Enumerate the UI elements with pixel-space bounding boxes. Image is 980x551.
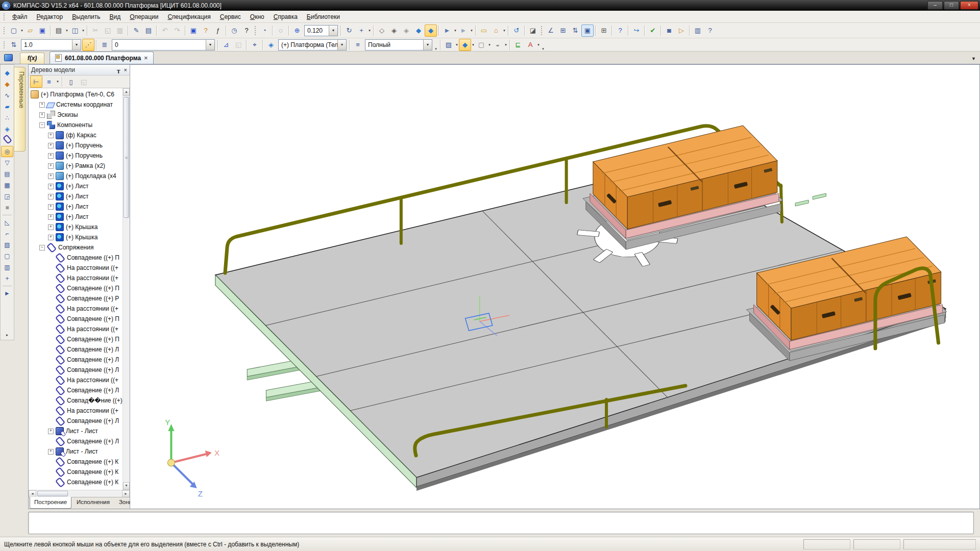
save-document-button[interactable]: ▣	[36, 24, 48, 37]
tree-item[interactable]: +(+) Лист	[29, 191, 122, 202]
tree-item[interactable]: +На расстоянии ((+	[29, 304, 122, 314]
sort-tree-button[interactable]: ⇅	[569, 24, 581, 37]
scroll-up-icon[interactable]: ▲	[123, 88, 130, 96]
tree-item[interactable]: +Лист - Лист	[29, 446, 122, 457]
quick-doc-button[interactable]: ?	[200, 24, 212, 37]
spell-check-button[interactable]: ✔	[647, 24, 659, 37]
stamp-display-dropdown-icon[interactable]: ▼	[487, 43, 492, 46]
help-button[interactable]: ?	[704, 24, 716, 37]
tree-item[interactable]: +(+) Лист	[29, 181, 122, 191]
add-component-button[interactable]: ⊞	[557, 24, 569, 37]
message-box[interactable]	[28, 512, 974, 534]
tree-item[interactable]: +(+) Поручень	[29, 140, 122, 151]
dropdown-icon[interactable]: ▼	[72, 40, 81, 50]
tree-item[interactable]: +(+) Рамка (x2)	[29, 161, 122, 171]
toolbar-grip[interactable]	[3, 13, 6, 21]
rebuild-model-button[interactable]: ↺	[510, 24, 523, 37]
redo-button[interactable]: ↷	[171, 24, 183, 37]
component-placement-button[interactable]: ◈	[265, 39, 277, 51]
section-lines-tool-button[interactable]: ►	[457, 24, 470, 37]
copy-object-button[interactable]: ◱	[232, 39, 244, 51]
tree-item[interactable]: +Лист - Лист	[29, 426, 122, 436]
spatial-curves-icon[interactable]: ∿	[1, 90, 13, 101]
panel-close-icon[interactable]: ×	[124, 67, 127, 73]
menu-сервис[interactable]: Сервис	[215, 12, 246, 22]
tree-expander[interactable]: +	[39, 112, 45, 118]
cut-button[interactable]: ✂	[89, 24, 102, 37]
zoom-in-button[interactable]: ⊕	[291, 24, 303, 37]
tree-item[interactable]: +Совпадение ((+) П	[29, 253, 122, 263]
tree-expander[interactable]: +	[48, 153, 54, 159]
tree-expander[interactable]: +	[48, 173, 54, 179]
tree-item[interactable]: +Системы координат	[29, 99, 122, 110]
copy-button[interactable]: ◱	[102, 24, 114, 37]
what-is-this-button[interactable]: ?	[614, 24, 626, 37]
tree-expander[interactable]: +	[48, 214, 54, 220]
tree-item[interactable]: +(+) Крышка	[29, 222, 122, 232]
tree-item[interactable]: +Совпадение ((+) П	[29, 334, 122, 344]
selection-frame-button[interactable]: ◌	[275, 24, 287, 37]
measure-3d-button[interactable]: ∠	[545, 24, 557, 37]
section-hatch-display-dropdown-icon[interactable]: ▼	[455, 43, 459, 46]
dimensions-3d-button[interactable]: ⊑	[512, 39, 524, 51]
strip-expander-icon[interactable]: ▸	[6, 333, 8, 340]
task-list-button[interactable]: ▥	[692, 24, 704, 37]
stamp-icon[interactable]: ▥	[1, 262, 13, 273]
measurements-3d-icon[interactable]: ◎	[1, 146, 13, 157]
tree-composition-button[interactable]: ≡	[43, 76, 55, 88]
tree-item[interactable]: +(+) Крышка	[29, 232, 122, 242]
toolbar-expand-icon[interactable]: ▾	[433, 47, 438, 51]
check-move-icon[interactable]: +	[1, 273, 13, 284]
new-document-button[interactable]: ▢	[8, 24, 20, 37]
tab-document[interactable]: 601.08.00.000 Платформа ×	[50, 52, 154, 64]
tree-expander[interactable]: −	[39, 245, 45, 251]
context-help-button[interactable]: ?	[240, 24, 253, 37]
window-list-dropdown-icon[interactable]: ▼	[971, 56, 976, 61]
sheet-body-icon[interactable]: ▢	[1, 251, 13, 262]
tree-item[interactable]: +Совпад��ние ((+) Л	[29, 395, 122, 406]
relations-window-button[interactable]: ▯	[65, 76, 77, 88]
tree-expander[interactable]: +	[48, 235, 54, 240]
tree-item[interactable]: +Совпадение ((+) К	[29, 477, 122, 487]
toolbar-grip[interactable]	[3, 41, 6, 49]
current-model-combo[interactable]: (+) Платформа (Тел▼	[278, 39, 347, 51]
copy-properties-button[interactable]: ✎	[130, 24, 142, 37]
body-part-icon[interactable]: ■	[1, 202, 13, 213]
tree-item[interactable]: +Совпадение ((+) Л	[29, 416, 122, 426]
tolerance-dimension-button[interactable]: A	[524, 39, 536, 51]
tree-item[interactable]: +Совпадение ((+) Л	[29, 385, 122, 395]
viewport-3d[interactable]: Y X Z	[130, 64, 980, 509]
local-coordinate-system-button[interactable]: ⌖	[249, 39, 261, 51]
tab-исполнения[interactable]: Исполнения	[72, 497, 114, 509]
dropdown-icon[interactable]: ▼	[423, 40, 432, 50]
variables-fx-button[interactable]: ƒ	[212, 24, 224, 37]
rebuild-document-button[interactable]: ◔	[258, 24, 271, 37]
undo-button[interactable]: ↶	[159, 24, 171, 37]
wireframe-mode-button[interactable]: ◇	[376, 24, 388, 37]
menu-редактор[interactable]: Редактор	[32, 12, 68, 22]
toolbar-grip[interactable]	[254, 26, 257, 36]
tree-item[interactable]: +На расстоянии ((+	[29, 263, 122, 273]
tree-item[interactable]: +(+) Платформа (Тел-0, С6	[29, 89, 122, 99]
menu-окно[interactable]: Окно	[246, 12, 269, 22]
menu-спецификация[interactable]: Спецификация	[163, 12, 215, 22]
quick-lines-tool-dropdown-icon[interactable]: ▼	[453, 29, 457, 32]
section-lines-tool-dropdown-icon[interactable]: ▼	[470, 29, 474, 32]
filters-icon[interactable]: ▽	[1, 157, 13, 168]
menu-вид[interactable]: Вид	[105, 12, 126, 22]
tab-построение[interactable]: Построение	[30, 497, 71, 509]
tab-variables[interactable]: f(x)	[20, 53, 44, 64]
stamp-display-button[interactable]: ▢	[475, 39, 487, 51]
send-to-button[interactable]: ↪	[630, 24, 643, 37]
paste-button[interactable]: ▥	[114, 24, 126, 37]
minimize-button[interactable]: –	[927, 1, 943, 10]
tree-item[interactable]: +Совпадение ((+) Л	[29, 344, 122, 355]
tree-item[interactable]: +(ф) Каркас	[29, 130, 122, 140]
pin-icon[interactable]: ┰	[117, 67, 120, 73]
tree-item[interactable]: +Совпадение ((+) Л	[29, 365, 122, 375]
export-model-button[interactable]: ▷	[675, 24, 688, 37]
tree-item[interactable]: +Совпадение ((+) П	[29, 314, 122, 324]
tree-item[interactable]: −Сопряжения	[29, 242, 122, 253]
print-button[interactable]: ▤	[53, 24, 65, 37]
shaded-display-dropdown-icon[interactable]: ▼	[471, 43, 475, 46]
